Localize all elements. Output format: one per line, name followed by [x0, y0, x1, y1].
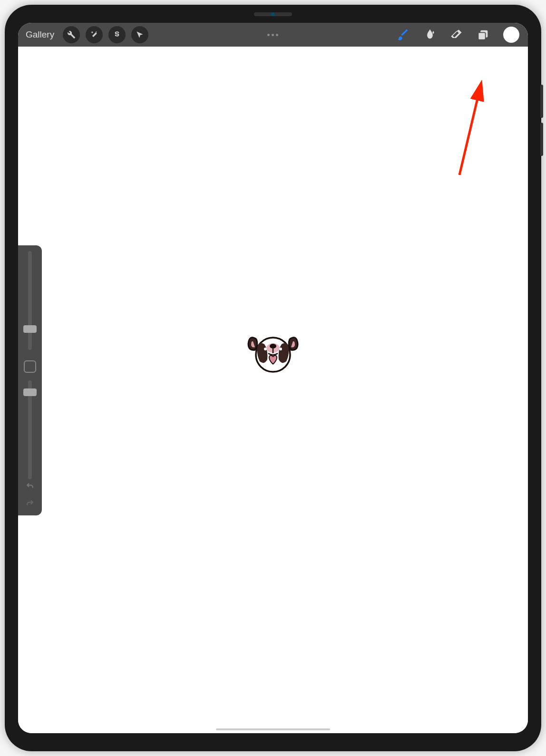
redo-icon[interactable] — [25, 498, 35, 508]
cursor-arrow-icon — [135, 30, 145, 39]
svg-point-6 — [279, 348, 282, 350]
actions-button[interactable] — [63, 26, 80, 43]
adjustments-button[interactable] — [86, 26, 103, 43]
selection-s-icon — [112, 30, 122, 39]
brush-size-thumb[interactable] — [23, 325, 37, 333]
smudge-button[interactable] — [423, 28, 437, 41]
modify-button[interactable] — [24, 360, 36, 373]
eraser-button[interactable] — [450, 28, 463, 41]
selection-button[interactable] — [108, 26, 126, 43]
screen: Gallery — [18, 23, 528, 733]
svg-point-4 — [270, 344, 276, 349]
gallery-button[interactable]: Gallery — [23, 29, 57, 40]
svg-point-5 — [264, 348, 267, 350]
volume-up-button — [540, 85, 543, 118]
wrench-icon — [67, 30, 76, 39]
brush-size-slider[interactable] — [28, 251, 32, 350]
left-sidebar — [18, 245, 42, 515]
canvas[interactable] — [18, 47, 528, 733]
opacity-slider[interactable] — [28, 380, 32, 479]
layers-icon — [477, 28, 490, 41]
brush-button[interactable] — [397, 28, 410, 41]
top-toolbar: Gallery — [18, 23, 528, 47]
transform-button[interactable] — [131, 26, 148, 43]
layers-button[interactable] — [477, 28, 490, 41]
camera-notch — [244, 11, 302, 17]
svg-rect-1 — [478, 32, 486, 39]
undo-icon[interactable] — [25, 481, 35, 491]
ipad-device-frame: Gallery — [5, 5, 541, 751]
eraser-icon — [450, 28, 463, 41]
volume-down-button — [540, 123, 543, 156]
home-indicator[interactable] — [216, 728, 330, 730]
wand-icon — [89, 30, 99, 39]
canvas-artwork-dog — [244, 327, 302, 379]
front-camera — [271, 12, 275, 16]
brush-icon — [397, 28, 410, 41]
smudge-icon — [423, 28, 437, 41]
annotation-arrow — [450, 80, 488, 180]
opacity-thumb[interactable] — [23, 388, 37, 396]
modify-dots-icon — [267, 34, 278, 36]
svg-line-7 — [459, 87, 480, 175]
toolbar-center-handle[interactable] — [154, 34, 391, 36]
color-picker-button[interactable] — [503, 27, 519, 43]
